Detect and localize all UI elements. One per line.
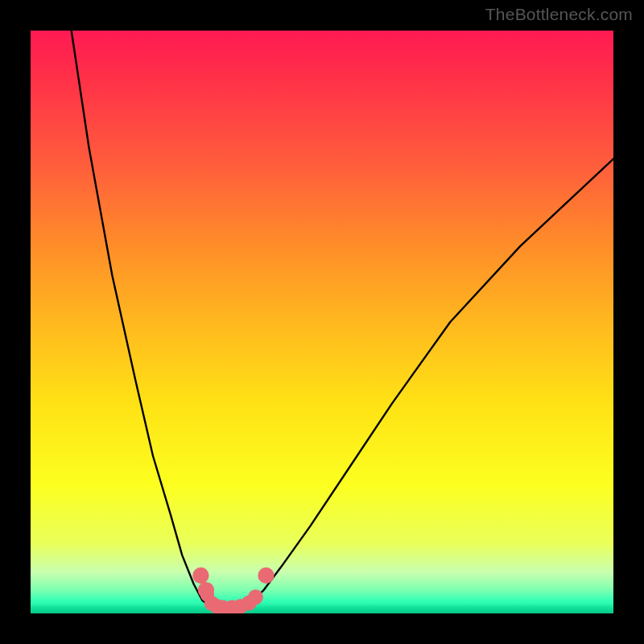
data-marker	[258, 568, 274, 584]
data-marker	[192, 568, 208, 584]
chart-svg	[31, 31, 613, 613]
plot-area	[31, 31, 613, 613]
chart-frame: TheBottleneck.com	[0, 0, 644, 644]
curve-right-curve	[229, 159, 613, 608]
curve-left-curve	[72, 31, 229, 608]
data-marker	[248, 589, 263, 605]
watermark-text: TheBottleneck.com	[485, 5, 633, 24]
